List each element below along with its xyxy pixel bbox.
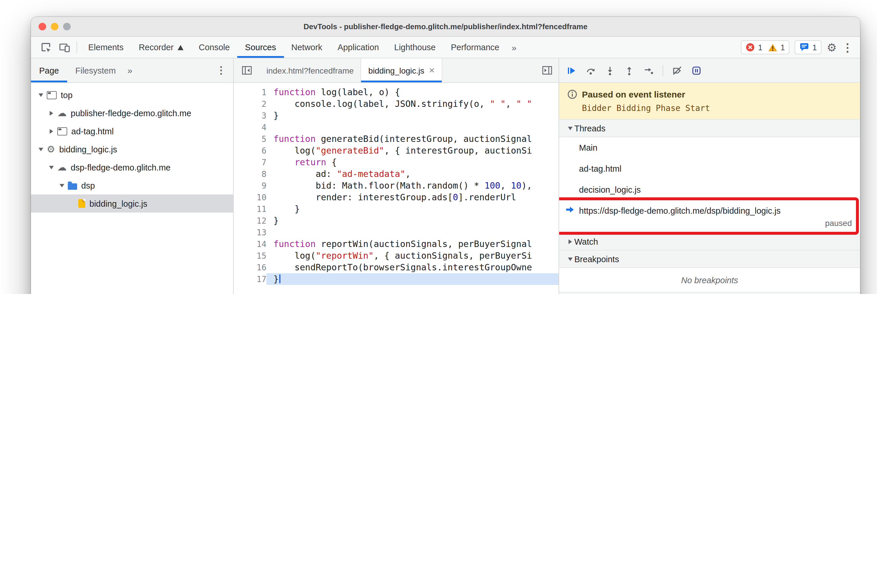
navigator-tabs: PageFilesystem » ⋮ [31, 58, 233, 83]
code-line: 3 } [234, 110, 558, 122]
tab-lighthouse[interactable]: Lighthouse [387, 37, 443, 58]
close-window-button[interactable] [39, 23, 46, 30]
more-tabs-button[interactable]: » [507, 37, 521, 58]
tree-item-top[interactable]: top [31, 86, 233, 104]
deactivate-breakpoints-icon[interactable] [668, 62, 686, 79]
line-number[interactable]: 15 [234, 250, 266, 262]
issues-button[interactable]: 1 [795, 40, 821, 54]
tab-elements[interactable]: Elements [81, 37, 131, 58]
tab-performance[interactable]: Performance [443, 37, 507, 58]
navigator-tab-page[interactable]: Page [31, 58, 67, 82]
line-number[interactable]: 4 [234, 122, 266, 133]
code-text[interactable] [266, 226, 558, 238]
navigator-kebab-menu-icon[interactable]: ⋮ [209, 58, 233, 82]
code-text[interactable]: } [266, 203, 558, 215]
code-text[interactable]: log("generateBid", { interestGroup, auct… [266, 145, 558, 156]
editor-tab-bidding-logic-js[interactable]: bidding_logic.js × [361, 58, 442, 82]
tree-item-ad-tag-html[interactable]: ad-tag.html [31, 122, 233, 140]
thread-row-decision-logic-js[interactable]: decision_logic.js [559, 179, 860, 200]
line-number[interactable]: 7 [234, 156, 266, 168]
code-text[interactable] [266, 122, 558, 133]
hide-debugger-icon[interactable] [535, 58, 558, 82]
tree-item-label: publisher-fledge-demo.glitch.me [71, 108, 191, 118]
tab-network[interactable]: Network [284, 37, 330, 58]
tree-item-publisher-fledge-demo-glitch-me[interactable]: publisher-fledge-demo.glitch.me [31, 104, 233, 122]
line-number[interactable]: 5 [234, 133, 266, 145]
section-header-breakpoints[interactable]: Breakpoints [559, 250, 860, 268]
code-text[interactable]: } [266, 273, 558, 285]
tab-sources[interactable]: Sources [238, 37, 284, 58]
pause-on-exceptions-icon[interactable] [688, 62, 705, 79]
code-text[interactable]: sendReportTo(browserSignals.interestGrou… [266, 262, 558, 273]
line-number[interactable]: 16 [234, 262, 266, 273]
line-number[interactable]: 1 [234, 86, 266, 98]
line-number[interactable]: 13 [234, 226, 266, 238]
settings-gear-icon[interactable]: ⚙ [827, 42, 837, 53]
code-editor[interactable]: 1 function log(label, o) { 2 console.log… [234, 83, 558, 294]
tree-item-dsp-fledge-demo-glitch-me[interactable]: dsp-fledge-demo.glitch.me [31, 158, 233, 176]
console-status-badges[interactable]: 1 1 [741, 40, 790, 54]
tree-item-bidding-logic-js[interactable]: bidding_logic.js [31, 195, 233, 213]
line-number[interactable]: 11 [234, 203, 266, 215]
tree-item-label: ad-tag.html [71, 126, 114, 136]
code-text[interactable]: } [266, 215, 558, 226]
code-text[interactable]: } [266, 110, 558, 122]
tree-item-bidding-logic-js[interactable]: bidding_logic.js [31, 140, 233, 158]
section-header-threads[interactable]: Threads [559, 119, 860, 137]
code-text[interactable]: function reportWin(auctionSignals, perBu… [266, 238, 558, 250]
line-number[interactable]: 6 [234, 145, 266, 156]
code-text[interactable]: function generateBid(interestGroup, auct… [266, 133, 558, 145]
code-text[interactable]: console.log(label, JSON.stringify(o, " "… [266, 98, 558, 110]
thread-row-ad-tag-html[interactable]: ad-tag.html [559, 158, 860, 179]
code-text[interactable]: return { [266, 156, 558, 168]
debugger-toolbar [559, 58, 860, 83]
thread-label: https://dsp-fledge-demo.glitch.me/dsp/bi… [579, 205, 860, 217]
code-text[interactable]: render: interestGroup.ads[0].renderUrl [266, 192, 558, 203]
tree-item-dsp[interactable]: dsp [31, 176, 233, 195]
zoom-window-button[interactable] [63, 23, 71, 30]
tab-recorder[interactable]: Recorder [131, 37, 191, 58]
thread-row-paused[interactable]: https://dsp-fledge-demo.glitch.me/dsp/bi… [559, 200, 860, 233]
code-text[interactable]: log("reportWin", { auctionSignals, perBu… [266, 250, 558, 262]
step-over-icon[interactable] [582, 62, 599, 79]
line-number[interactable]: 17 [234, 273, 266, 285]
issues-message-icon [800, 43, 809, 52]
code-text[interactable]: ad: "ad-metadata", [266, 168, 558, 180]
line-number[interactable]: 3 [234, 110, 266, 122]
window-controls [39, 23, 71, 30]
step-icon[interactable] [640, 62, 657, 79]
tab-application[interactable]: Application [330, 37, 387, 58]
file-icon [78, 199, 85, 208]
editor-tab-index-html-fencedframe[interactable]: index.html?fencedframe [259, 58, 361, 82]
close-tab-icon[interactable]: × [429, 65, 435, 75]
section-header-scope[interactable]: Scope [559, 292, 860, 294]
code-text[interactable]: bid: Math.floor(Math.random() * 100, 10)… [266, 180, 558, 192]
thread-row-main[interactable]: Main [559, 137, 860, 158]
navigator-more-tabs-button[interactable]: » [124, 58, 136, 82]
toolbar-tab-label: Performance [451, 43, 499, 52]
code-line: 7 return { [234, 156, 558, 168]
code-text[interactable]: function log(label, o) { [266, 86, 558, 98]
line-number[interactable]: 2 [234, 98, 266, 110]
device-toolbar-icon[interactable] [56, 39, 73, 56]
kebab-menu-icon[interactable]: ⋮ [842, 42, 853, 53]
code-line: 17 } [234, 273, 558, 285]
debugger-sidebar: Paused on event listener Bidder Bidding … [559, 83, 860, 294]
minimize-window-button[interactable] [51, 23, 59, 30]
line-number[interactable]: 8 [234, 168, 266, 180]
resume-script-icon[interactable] [563, 62, 580, 79]
step-out-icon[interactable] [620, 62, 638, 79]
paused-banner-title: Paused on event listener [582, 89, 685, 99]
hide-navigator-icon[interactable] [234, 58, 259, 82]
section-header-watch[interactable]: Watch [559, 232, 860, 250]
step-into-icon[interactable] [601, 62, 619, 79]
line-number[interactable]: 14 [234, 238, 266, 250]
navigator-tab-filesystem[interactable]: Filesystem [67, 58, 124, 82]
window-titlebar[interactable]: DevTools - publisher-fledge-demo.glitch.… [31, 17, 860, 37]
line-number[interactable]: 10 [234, 192, 266, 203]
code-line: 12 } [234, 215, 558, 226]
tab-console[interactable]: Console [191, 37, 237, 58]
inspect-element-icon[interactable] [37, 39, 54, 56]
line-number[interactable]: 12 [234, 215, 266, 226]
line-number[interactable]: 9 [234, 180, 266, 192]
